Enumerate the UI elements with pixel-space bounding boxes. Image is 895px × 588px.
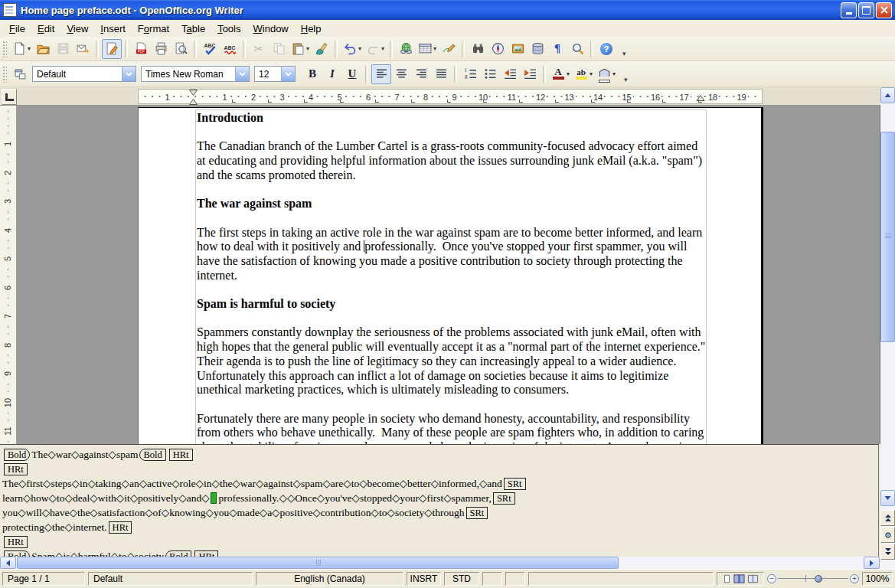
new-document-button[interactable]: ▾ bbox=[10, 39, 33, 59]
highlighting-button[interactable]: ab▾ bbox=[572, 64, 595, 84]
font-name-select[interactable]: Times New Roman bbox=[141, 66, 250, 82]
increase-indent-button[interactable] bbox=[520, 64, 540, 84]
toolbar-grip[interactable] bbox=[2, 41, 7, 57]
spellcheck-button[interactable]: ABC bbox=[200, 39, 220, 59]
navigator-button[interactable] bbox=[488, 39, 508, 59]
hyperlink-button[interactable] bbox=[396, 39, 416, 59]
digital-signature-cell[interactable] bbox=[505, 572, 525, 586]
document-page[interactable]: IntroductionThe Canadian branch of the L… bbox=[138, 107, 763, 444]
align-left-button[interactable] bbox=[371, 64, 391, 84]
code-tag-bold-close[interactable]: Bold bbox=[165, 550, 191, 557]
menu-window[interactable]: Window bbox=[247, 21, 295, 36]
document-paragraph[interactable]: The Canadian branch of the Lumber Cartel… bbox=[197, 139, 707, 182]
navigation-button[interactable] bbox=[880, 527, 895, 543]
document-heading[interactable]: Introduction bbox=[197, 111, 707, 126]
zoom-slider[interactable]: − + bbox=[767, 572, 859, 586]
font-color-button[interactable]: A▾ bbox=[549, 64, 572, 84]
section-info-cell[interactable] bbox=[528, 572, 714, 586]
chevron-down-icon[interactable] bbox=[122, 67, 136, 81]
dropdown-arrow-icon[interactable]: ▾ bbox=[567, 70, 570, 77]
menu-format[interactable]: Format bbox=[132, 21, 175, 36]
menu-tools[interactable]: Tools bbox=[211, 21, 247, 36]
toolbar-grip[interactable] bbox=[2, 66, 7, 83]
paragraph-style-select[interactable]: Default bbox=[32, 66, 136, 82]
styles-formatting-button[interactable] bbox=[10, 64, 30, 84]
code-tag-bold-close[interactable]: Bold bbox=[139, 449, 165, 461]
zoom-level-cell[interactable]: 100% bbox=[862, 572, 893, 586]
bold-button[interactable]: B bbox=[302, 64, 322, 84]
code-tag-hrt[interactable]: HRt bbox=[4, 536, 28, 548]
book-view-icon[interactable] bbox=[747, 573, 759, 584]
italic-button[interactable]: I bbox=[322, 64, 342, 84]
code-tag-hrt[interactable]: HRt bbox=[4, 463, 28, 475]
document-modified-cell[interactable] bbox=[482, 572, 502, 586]
insert-table-button[interactable]: ▾ bbox=[416, 39, 439, 59]
draw-functions-button[interactable] bbox=[439, 39, 459, 59]
close-button[interactable] bbox=[876, 2, 892, 18]
document-paragraph[interactable]: Spammers constantly downplay the serious… bbox=[197, 325, 707, 397]
document-paragraph[interactable]: Fortunately there are many people in soc… bbox=[197, 412, 707, 444]
dropdown-arrow-icon[interactable]: ▾ bbox=[358, 45, 361, 52]
menu-table[interactable]: Table bbox=[175, 21, 211, 36]
print-button[interactable] bbox=[151, 39, 171, 59]
document-paragraph[interactable]: The first steps in taking an active role… bbox=[197, 226, 707, 283]
menu-edit[interactable]: Edit bbox=[31, 21, 60, 36]
toolbar-overflow-button[interactable]: ▾ bbox=[622, 74, 631, 87]
align-right-button[interactable] bbox=[411, 64, 431, 84]
auto-spellcheck-button[interactable]: ABC bbox=[220, 39, 240, 59]
scroll-left-button[interactable] bbox=[0, 557, 16, 569]
menu-insert[interactable]: Insert bbox=[94, 21, 132, 36]
code-tag-bold-open[interactable]: Bold bbox=[4, 550, 30, 557]
export-pdf-button[interactable]: PDF bbox=[131, 39, 151, 59]
align-center-button[interactable] bbox=[391, 64, 411, 84]
single-page-view-icon[interactable] bbox=[722, 573, 731, 584]
code-tag-srt[interactable]: SRt bbox=[466, 507, 488, 519]
dropdown-arrow-icon[interactable]: ▾ bbox=[381, 45, 384, 52]
chevron-down-icon[interactable] bbox=[235, 67, 249, 81]
zoom-out-button[interactable]: − bbox=[767, 574, 776, 583]
numbered-list-button[interactable]: III bbox=[460, 64, 480, 84]
insert-mode-cell[interactable]: INSRT bbox=[407, 572, 441, 586]
code-tag-srt[interactable]: SRt bbox=[504, 478, 526, 490]
background-color-button[interactable]: ▾ bbox=[595, 64, 618, 84]
chevron-down-icon[interactable] bbox=[281, 67, 295, 81]
restore-button[interactable] bbox=[858, 2, 874, 18]
toolbar-overflow-button[interactable]: ▾ bbox=[621, 48, 629, 60]
dropdown-arrow-icon[interactable]: ▾ bbox=[590, 70, 593, 77]
page-preview-button[interactable] bbox=[171, 39, 191, 59]
vertical-scroll-thumb[interactable] bbox=[880, 132, 895, 342]
open-folder-button[interactable] bbox=[33, 39, 53, 59]
undo-button[interactable]: ▾ bbox=[341, 39, 364, 59]
language-cell[interactable]: English (Canada) bbox=[256, 572, 403, 586]
help-button[interactable]: ? bbox=[596, 39, 616, 59]
next-page-button[interactable] bbox=[880, 544, 895, 560]
paste-button[interactable]: ▾ bbox=[289, 39, 312, 59]
zoom-in-button[interactable]: + bbox=[850, 574, 859, 583]
menu-file[interactable]: File bbox=[3, 21, 31, 36]
horizontal-scrollbar[interactable] bbox=[0, 557, 880, 569]
gallery-button[interactable] bbox=[508, 39, 528, 59]
code-tag-hrt[interactable]: HRt bbox=[169, 449, 193, 461]
menu-view[interactable]: View bbox=[60, 21, 94, 36]
page-number-cell[interactable]: Page 1 / 1 bbox=[2, 572, 85, 586]
scroll-right-button[interactable] bbox=[864, 557, 880, 569]
horizontal-scroll-thumb[interactable] bbox=[17, 557, 619, 569]
underline-button[interactable]: U bbox=[342, 64, 362, 84]
code-tag-hrt[interactable]: HRt bbox=[109, 521, 132, 534]
code-tag-hrt[interactable]: HRt bbox=[194, 550, 218, 557]
zoom-button[interactable] bbox=[567, 39, 587, 59]
vertical-ruler[interactable]: 1234567891011 bbox=[0, 106, 17, 444]
dropdown-arrow-icon[interactable]: ▾ bbox=[28, 45, 31, 52]
edit-file-button[interactable] bbox=[102, 39, 122, 59]
zoom-slider-track[interactable] bbox=[778, 578, 848, 579]
scroll-down-button[interactable] bbox=[880, 490, 895, 506]
format-paintbrush-button[interactable] bbox=[312, 39, 332, 59]
menu-help[interactable]: Help bbox=[295, 21, 328, 36]
nonprinting-characters-button[interactable]: ¶ bbox=[547, 39, 567, 59]
dropdown-arrow-icon[interactable]: ▾ bbox=[612, 70, 616, 77]
horizontal-ruler[interactable]: 112345678910111213141516171819 bbox=[138, 89, 763, 104]
tab-type-selector[interactable] bbox=[2, 89, 17, 105]
minimize-button[interactable] bbox=[841, 2, 857, 18]
dropdown-arrow-icon[interactable]: ▾ bbox=[306, 45, 309, 52]
document-heading[interactable]: The war against spam bbox=[197, 197, 707, 211]
